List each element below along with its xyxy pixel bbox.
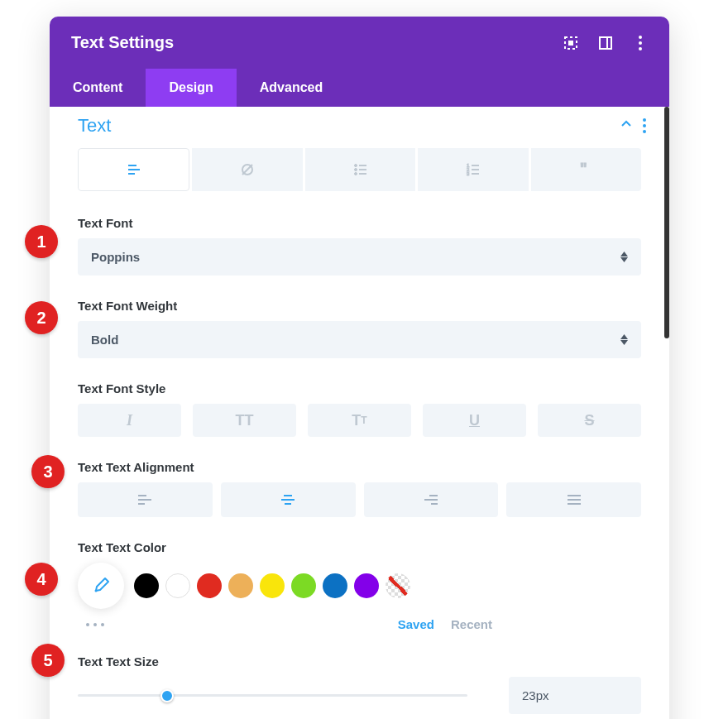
recent-tab[interactable]: Recent	[451, 617, 492, 631]
ul-toggle[interactable]	[305, 148, 415, 191]
swatch-yellow[interactable]	[260, 573, 285, 598]
text-element-toggle-row: 123 "	[78, 148, 641, 191]
svg-rect-2	[600, 37, 611, 49]
modal-header: Text Settings	[50, 17, 669, 69]
section-more-icon[interactable]	[643, 118, 646, 133]
tabs: Content Design Advanced	[50, 69, 669, 107]
modal-title: Text Settings	[71, 33, 174, 52]
size-slider[interactable]	[78, 688, 467, 703]
section-controls	[620, 117, 646, 134]
color-field: Text Text Color	[78, 540, 641, 631]
tab-content[interactable]: Content	[50, 69, 146, 107]
alignment-field: Text Text Alignment	[78, 460, 641, 517]
annotation-badge-2: 2	[25, 301, 58, 334]
content-area: 123 " Text Font Poppins Text	[50, 148, 669, 719]
weight-select[interactable]: Bold	[78, 321, 641, 358]
font-select[interactable]: Poppins	[78, 238, 641, 276]
swatch-purple[interactable]	[354, 573, 379, 598]
tab-design[interactable]: Design	[146, 69, 236, 107]
align-left-button[interactable]	[78, 482, 213, 517]
header-icons	[563, 36, 648, 50]
swatch-white[interactable]	[165, 573, 190, 598]
annotation-badge-4: 4	[25, 563, 58, 596]
annotation-badge-3: 3	[31, 455, 65, 488]
link-toggle[interactable]	[192, 148, 302, 191]
align-right-button[interactable]	[364, 482, 499, 517]
color-sub-row: Saved Recent	[86, 617, 641, 631]
ol-toggle[interactable]: 123	[418, 148, 528, 191]
style-row: I TT TT U S	[78, 404, 641, 437]
select-arrows-icon	[620, 334, 628, 345]
svg-point-11	[354, 169, 357, 171]
align-row	[78, 482, 641, 517]
strikethrough-button[interactable]: S	[538, 404, 641, 437]
more-icon[interactable]	[633, 36, 648, 50]
font-label: Text Font	[78, 216, 641, 230]
section-header: Text	[50, 107, 669, 148]
weight-field: Text Font Weight Bold	[78, 299, 641, 358]
scrollbar-thumb[interactable]	[664, 107, 669, 338]
quote-toggle[interactable]: "	[531, 148, 641, 191]
slider-thumb[interactable]	[160, 689, 174, 702]
tab-advanced[interactable]: Advanced	[237, 69, 346, 107]
uppercase-button[interactable]: TT	[193, 404, 296, 437]
eyedropper-button[interactable]	[78, 563, 124, 609]
italic-button[interactable]: I	[78, 404, 181, 437]
svg-marker-25	[620, 340, 628, 345]
swatch-orange[interactable]	[228, 573, 253, 598]
alignment-label: Text Text Alignment	[78, 460, 641, 474]
font-field: Text Font Poppins	[78, 216, 641, 276]
saved-tab[interactable]: Saved	[398, 617, 434, 631]
modal-body: Text	[50, 107, 669, 719]
text-settings-modal: Text Settings Content Design Advanced Te…	[50, 17, 669, 719]
smallcaps-button[interactable]: TT	[308, 404, 411, 437]
swatch-blue[interactable]	[323, 573, 347, 598]
slider-track	[78, 694, 467, 697]
size-field: Text Text Size	[78, 654, 641, 714]
size-input[interactable]	[509, 677, 641, 714]
swatch-green[interactable]	[291, 573, 316, 598]
size-label: Text Text Size	[78, 654, 641, 669]
svg-marker-22	[620, 252, 628, 256]
svg-marker-24	[620, 334, 628, 339]
underline-button[interactable]: U	[423, 404, 526, 437]
svg-marker-23	[620, 257, 628, 262]
size-row	[78, 677, 641, 714]
section-title: Text	[78, 115, 111, 137]
align-justify-button[interactable]	[506, 482, 641, 517]
color-label: Text Text Color	[78, 540, 641, 554]
select-arrows-icon	[620, 252, 628, 262]
svg-point-38	[95, 590, 98, 592]
more-colors-icon[interactable]	[86, 623, 104, 626]
swatch-red[interactable]	[197, 573, 222, 598]
svg-text:": "	[580, 161, 587, 177]
style-label: Text Font Style	[78, 381, 641, 395]
svg-point-13	[354, 173, 357, 175]
swatch-transparent[interactable]	[386, 573, 410, 598]
svg-text:3: 3	[467, 171, 470, 176]
chevron-up-icon[interactable]	[620, 117, 633, 134]
color-row	[78, 563, 641, 609]
swatch-black[interactable]	[134, 573, 159, 598]
annotation-badge-5: 5	[31, 644, 65, 677]
weight-value: Bold	[91, 333, 118, 347]
svg-point-9	[354, 165, 357, 167]
paragraph-toggle[interactable]	[78, 148, 189, 191]
svg-rect-1	[568, 41, 573, 46]
style-field: Text Font Style I TT TT U S	[78, 381, 641, 437]
snap-icon[interactable]	[598, 36, 613, 50]
annotation-badge-1: 1	[25, 225, 58, 258]
weight-label: Text Font Weight	[78, 299, 641, 313]
expand-icon[interactable]	[563, 36, 578, 50]
align-center-button[interactable]	[221, 482, 356, 517]
font-value: Poppins	[91, 250, 140, 264]
